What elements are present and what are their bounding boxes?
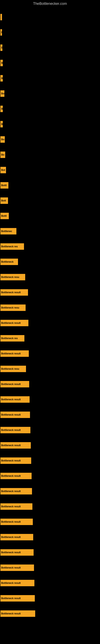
- bar-label: Bottleneck result: [0, 427, 30, 433]
- bar-label: Bottleneck result: [0, 458, 31, 464]
- bar-item: Bottlenec: [0, 224, 100, 239]
- bar-item: Bottleneck res: [0, 239, 100, 254]
- bar-label: Bottleneck result: [0, 518, 33, 525]
- bar-item: E: [0, 40, 100, 55]
- chart-container: PEBBBoBBBoBoBotBottlBottBottlBottlenecBo…: [0, 8, 100, 639]
- bar-item: Bottleneck result: [0, 285, 100, 300]
- bar-item: Bottleneck result: [0, 560, 100, 575]
- bar-label: Bottleneck result: [0, 610, 35, 617]
- bar-item: Bottleneck result: [0, 392, 100, 407]
- bar-item: Bo: [0, 147, 100, 162]
- bar-label: Bottleneck result: [0, 350, 29, 357]
- bar-item: Bottleneck result: [0, 376, 100, 392]
- bar-label: Bottleneck res: [0, 335, 24, 342]
- bar-item: Bottleneck result: [0, 315, 100, 331]
- bar-label: Bottleneck result: [0, 503, 32, 510]
- bar-item: Bottleneck result: [0, 407, 100, 422]
- bar-label: Bottlenec: [0, 228, 16, 234]
- bar-label: Bo: [0, 152, 5, 158]
- bar-label: Bo: [0, 90, 4, 97]
- bar-label: B: [0, 75, 3, 82]
- site-title: TheBottlenecker.com: [0, 0, 100, 8]
- bar-label: Bottleneck result: [0, 564, 34, 571]
- bar-label: Bottleneck result: [0, 289, 28, 296]
- bar-label: Bottleneck result: [0, 488, 32, 494]
- bar-item: Bottleneck result: [0, 346, 100, 361]
- bar-label: Bottl: [0, 182, 8, 188]
- bar-label: Bott: [0, 198, 8, 204]
- bar-item: Bottl: [0, 208, 100, 224]
- bar-item: Bottleneck result: [0, 545, 100, 560]
- bar-label: Bottleneck result: [0, 595, 35, 602]
- bar-label: Bottl: [0, 213, 9, 219]
- bar-label: Bottleneck res: [0, 243, 24, 250]
- bar-label: Bottleneck: [0, 258, 18, 265]
- bar-item: Bo: [0, 132, 100, 147]
- bar-label: Bottleneck result: [0, 473, 32, 479]
- bar-label: B: [0, 121, 3, 128]
- bar-item: B: [0, 116, 100, 132]
- bar-item: Bottleneck result: [0, 591, 100, 606]
- bar-label: Bottleneck result: [0, 580, 34, 586]
- bar-item: B: [0, 55, 100, 71]
- bar-label: Bottleneck resu: [0, 304, 26, 311]
- bar-label: Bottleneck result: [0, 396, 30, 403]
- bar-item: Bottleneck res: [0, 331, 100, 346]
- bar-label: Bot: [0, 167, 6, 173]
- bar-item: P: [0, 25, 100, 40]
- bar-item: Bottleneck result: [0, 438, 100, 453]
- bar-item: Bottleneck: [0, 254, 100, 270]
- bar-item: Bottleneck resu: [0, 270, 100, 285]
- site-title-container: TheBottlenecker.com: [0, 0, 100, 8]
- bar-item: Bo: [0, 86, 100, 101]
- bar-item: Bott: [0, 193, 100, 208]
- bar-item: Bottleneck result: [0, 453, 100, 468]
- bar-label: [0, 14, 2, 20]
- bar-label: B: [0, 60, 3, 66]
- bar-item: Bottl: [0, 178, 100, 193]
- bar-item: Bottleneck result: [0, 499, 100, 514]
- bar-label: Bottleneck resu: [0, 274, 25, 280]
- bar-label: Bottleneck result: [0, 381, 29, 388]
- bar-label: B: [0, 106, 3, 112]
- bar-label: Bottleneck resu: [0, 366, 26, 372]
- bar-item: Bottleneck result: [0, 468, 100, 484]
- bar-item: Bot: [0, 162, 100, 178]
- bar-item: Bottleneck result: [0, 484, 100, 499]
- bar-label: Bottleneck result: [0, 442, 31, 448]
- bar-label: Bottleneck result: [0, 549, 34, 556]
- bar-item: B: [0, 101, 100, 116]
- bar-item: Bottleneck result: [0, 422, 100, 438]
- bar-label: P: [0, 29, 2, 36]
- bar-item: B: [0, 71, 100, 86]
- bar-item: [0, 10, 100, 25]
- bar-item: Bottleneck result: [0, 575, 100, 591]
- bar-label: Bottleneck result: [0, 320, 28, 326]
- bar-item: Bottleneck result: [0, 530, 100, 545]
- bar-item: Bottleneck result: [0, 514, 100, 530]
- bar-label: Bo: [0, 136, 5, 143]
- bar-label: Bottleneck result: [0, 412, 30, 418]
- bar-label: Bottleneck result: [0, 534, 33, 540]
- bar-label: E: [0, 44, 2, 51]
- bar-item: Bottleneck result: [0, 606, 100, 621]
- bar-item: Bottleneck resu: [0, 300, 100, 315]
- bar-item: Bottleneck resu: [0, 361, 100, 376]
